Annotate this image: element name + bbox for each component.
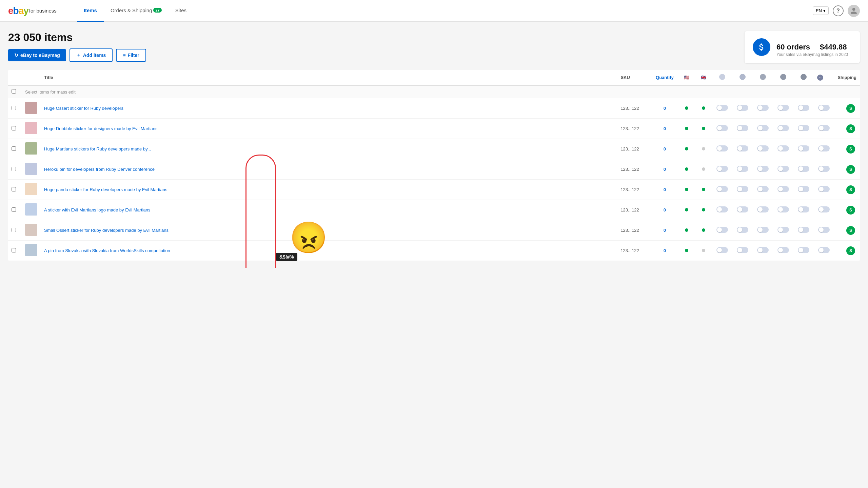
row-toggle-cell-4[interactable] [793,220,814,241]
row-toggle-cell-2[interactable] [753,180,773,200]
toggle-switch-2[interactable] [757,145,769,151]
toggle-switch-4[interactable] [798,145,809,151]
toggle-switch-1[interactable] [737,227,748,233]
row-checkbox[interactable] [12,167,16,171]
toggle-switch-2[interactable] [757,166,769,172]
row-toggle-cell-3[interactable] [773,180,793,200]
row-toggle-cell-4[interactable] [793,180,814,200]
row-check-cell[interactable] [8,139,22,159]
select-all-checkbox[interactable] [12,89,16,94]
row-toggle-cell-1[interactable] [732,139,753,159]
row-toggle-cell-0[interactable] [712,220,732,241]
row-checkbox[interactable] [12,248,16,252]
row-toggle-cell-2[interactable] [753,200,773,220]
item-title-link[interactable]: Huge Dribbble sticker for designers made… [44,126,158,131]
row-toggle-cell-5[interactable] [814,98,834,119]
row-toggle-cell-0[interactable] [712,119,732,139]
row-toggle-cell-1[interactable] [732,159,753,180]
item-title-link[interactable]: Small Ossert sticker for Ruby developers… [44,228,169,233]
row-toggle-cell-4[interactable] [793,139,814,159]
select-all-check-cell[interactable] [8,85,22,98]
toggle-switch-1[interactable] [737,166,748,172]
toggle-switch-3[interactable] [777,186,789,192]
toggle-switch-0[interactable] [716,247,728,253]
toggle-switch-4[interactable] [798,125,809,131]
row-toggle-cell-5[interactable] [814,180,834,200]
toggle-switch-0[interactable] [716,105,728,111]
toggle-switch-5[interactable] [818,105,830,111]
row-toggle-cell-0[interactable] [712,180,732,200]
row-toggle-cell-3[interactable] [773,98,793,119]
item-title-link[interactable]: Heroku pin for developers from Ruby Denv… [44,167,155,172]
row-toggle-cell-5[interactable] [814,139,834,159]
row-toggle-cell-1[interactable] [732,98,753,119]
toggle-switch-4[interactable] [798,247,809,253]
toggle-switch-0[interactable] [716,145,728,151]
row-toggle-cell-5[interactable] [814,200,834,220]
row-toggle-cell-4[interactable] [793,98,814,119]
toggle-switch-5[interactable] [818,247,830,253]
row-toggle-cell-5[interactable] [814,159,834,180]
toggle-switch-4[interactable] [798,206,809,212]
row-toggle-cell-2[interactable] [753,139,773,159]
row-toggle-cell-0[interactable] [712,159,732,180]
row-toggle-cell-3[interactable] [773,200,793,220]
row-toggle-cell-0[interactable] [712,241,732,261]
item-title-link[interactable]: Huge panda sticker for Ruby developers m… [44,187,167,192]
toggle-switch-3[interactable] [777,105,789,111]
row-toggle-cell-2[interactable] [753,241,773,261]
row-toggle-cell-3[interactable] [773,159,793,180]
row-toggle-cell-4[interactable] [793,241,814,261]
toggle-switch-1[interactable] [737,247,748,253]
toggle-switch-1[interactable] [737,186,748,192]
row-toggle-cell-3[interactable] [773,241,793,261]
row-toggle-cell-5[interactable] [814,119,834,139]
toggle-switch-4[interactable] [798,105,809,111]
nav-orders[interactable]: Orders & Shipping 27 [104,0,169,22]
toggle-switch-5[interactable] [818,206,830,212]
toggle-switch-5[interactable] [818,145,830,151]
row-toggle-cell-0[interactable] [712,98,732,119]
toggle-switch-5[interactable] [818,166,830,172]
help-button[interactable]: ? [833,5,844,16]
row-checkbox[interactable] [12,146,16,151]
toggle-switch-5[interactable] [818,227,830,233]
row-check-cell[interactable] [8,180,22,200]
toggle-switch-0[interactable] [716,206,728,212]
toggle-switch-0[interactable] [716,125,728,131]
row-check-cell[interactable] [8,241,22,261]
row-toggle-cell-1[interactable] [732,200,753,220]
row-toggle-cell-0[interactable] [712,200,732,220]
toggle-switch-2[interactable] [757,125,769,131]
toggle-switch-1[interactable] [737,206,748,212]
toggle-switch-0[interactable] [716,166,728,172]
avatar[interactable] [848,5,860,17]
toggle-switch-0[interactable] [716,186,728,192]
row-checkbox[interactable] [12,106,16,110]
row-toggle-cell-2[interactable] [753,98,773,119]
toggle-switch-3[interactable] [777,166,789,172]
sync-button[interactable]: ↻ eBay to eBaymag [8,49,66,61]
item-title-link[interactable]: Huge Martians stickers for Ruby develope… [44,146,151,151]
toggle-switch-2[interactable] [757,186,769,192]
row-check-cell[interactable] [8,98,22,119]
toggle-switch-0[interactable] [716,227,728,233]
toggle-switch-4[interactable] [798,186,809,192]
toggle-switch-3[interactable] [777,247,789,253]
row-checkbox[interactable] [12,228,16,232]
row-toggle-cell-4[interactable] [793,159,814,180]
toggle-switch-4[interactable] [798,227,809,233]
row-toggle-cell-2[interactable] [753,119,773,139]
row-toggle-cell-5[interactable] [814,241,834,261]
language-button[interactable]: EN ▾ [813,6,829,15]
row-toggle-cell-4[interactable] [793,200,814,220]
row-check-cell[interactable] [8,220,22,241]
row-checkbox[interactable] [12,126,16,130]
toggle-switch-2[interactable] [757,247,769,253]
nav-sites[interactable]: Sites [169,0,193,22]
row-toggle-cell-1[interactable] [732,220,753,241]
row-toggle-cell-1[interactable] [732,241,753,261]
row-toggle-cell-2[interactable] [753,220,773,241]
toggle-switch-2[interactable] [757,105,769,111]
row-check-cell[interactable] [8,159,22,180]
